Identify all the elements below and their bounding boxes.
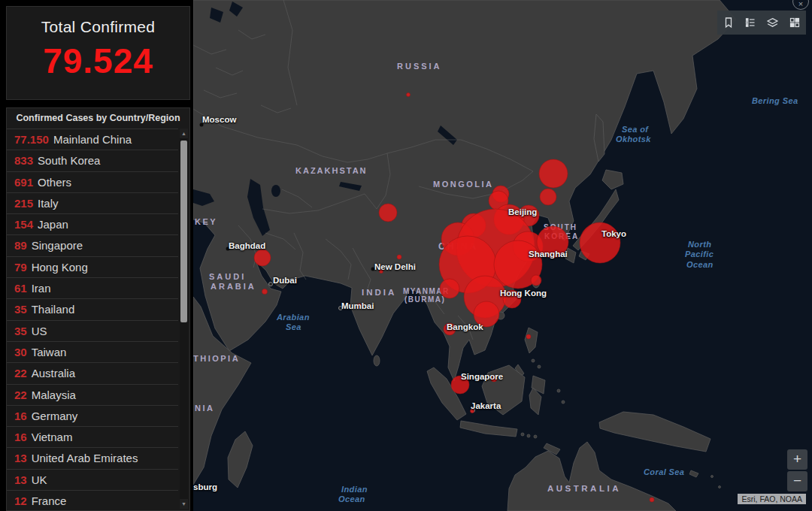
case-count: 16	[14, 410, 27, 422]
case-count: 691	[14, 176, 33, 189]
region-name: Australia	[32, 367, 75, 379]
outbreak-marker[interactable]	[254, 249, 271, 266]
region-name: Japan	[38, 218, 68, 231]
list-item[interactable]: 12France	[7, 490, 178, 510]
list-item[interactable]: 691Others	[7, 171, 178, 192]
list-item[interactable]: 77.150Mainland China	[7, 129, 178, 150]
region-name: Others	[38, 176, 71, 189]
cases-list: 77.150Mainland China833South Korea691Oth…	[7, 129, 178, 510]
outbreak-marker[interactable]	[650, 497, 654, 502]
covid-dashboard: Total Confirmed 79.524 Confirmed Cases b…	[0, 0, 812, 511]
scroll-down-button[interactable]: ▼	[180, 499, 188, 509]
outbreak-marker[interactable]	[503, 290, 521, 308]
region-name: UK	[32, 473, 47, 486]
map-attribution: Esri, FAO, NOAA	[738, 494, 806, 504]
outbreak-marker[interactable]	[451, 376, 469, 394]
region-name: Germany	[32, 410, 78, 422]
case-count: 16	[14, 431, 27, 443]
layers-button[interactable]	[762, 11, 784, 35]
outbreak-marker[interactable]	[474, 301, 499, 327]
list-item[interactable]: 16Germany	[7, 405, 178, 426]
list-item[interactable]: 35Thailand	[7, 298, 178, 319]
list-item[interactable]: 215Italy	[7, 192, 178, 213]
region-name: Iran	[32, 282, 51, 295]
list-item[interactable]: 13UK	[7, 469, 178, 490]
case-count: 61	[14, 282, 27, 295]
list-item[interactable]: 22Australia	[7, 362, 178, 383]
list-item[interactable]: 61Iran	[7, 277, 178, 298]
sidebar: Total Confirmed 79.524 Confirmed Cases b…	[0, 0, 193, 511]
total-confirmed-panel: Total Confirmed 79.524	[6, 6, 190, 100]
case-count: 35	[14, 303, 27, 316]
case-count: 12	[14, 494, 27, 507]
list-item[interactable]: 35US	[7, 320, 178, 341]
basemap-grid-icon	[789, 17, 801, 29]
region-name: Malaysia	[32, 389, 76, 401]
region-name: Taiwan	[32, 346, 67, 358]
outbreak-marker[interactable]	[491, 376, 497, 382]
zoom-in-button[interactable]: +	[787, 449, 807, 470]
zoom-controls: + −	[787, 449, 807, 493]
list-item[interactable]: 16Vietnam	[7, 426, 178, 447]
outbreak-marker[interactable]	[440, 279, 459, 298]
outbreak-marker[interactable]	[379, 204, 397, 222]
outbreak-marker[interactable]	[397, 255, 401, 259]
region-name: Italy	[38, 197, 59, 210]
cases-list-header: Confirmed Cases by Country/Region	[7, 108, 189, 129]
region-name: US	[32, 325, 47, 337]
case-count: 35	[14, 325, 27, 337]
total-confirmed-value: 79.524	[7, 41, 189, 81]
outbreak-marker[interactable]	[357, 304, 362, 308]
case-count: 30	[14, 346, 27, 358]
region-name: Thailand	[32, 303, 75, 316]
total-confirmed-title: Total Confirmed	[7, 18, 189, 36]
case-count: 22	[14, 389, 27, 401]
outbreak-marker[interactable]	[526, 334, 531, 339]
outbreak-marker[interactable]	[444, 323, 456, 335]
zoom-out-button[interactable]: −	[787, 471, 807, 491]
case-count: 154	[14, 218, 33, 231]
list-item[interactable]: 30Taiwan	[7, 341, 178, 362]
region-name: South Korea	[38, 154, 100, 167]
list-scrollbar[interactable]: ▲ ▼	[180, 129, 188, 509]
legend-icon	[744, 17, 756, 29]
case-count: 215	[14, 197, 33, 210]
case-count: 13	[14, 473, 27, 486]
bookmarks-button[interactable]	[717, 11, 740, 35]
list-item[interactable]: 13United Arab Emirates	[7, 447, 178, 468]
case-count: 79	[14, 261, 27, 274]
region-name: Vietnam	[32, 431, 73, 443]
case-count: 833	[14, 154, 33, 167]
outbreak-marker[interactable]	[580, 222, 620, 263]
region-name: Mainland China	[53, 133, 132, 146]
scroll-up-button[interactable]: ▲	[180, 129, 188, 138]
map-canvas[interactable]: RUSSIA KAZAKHSTAN MONGOLIA CHINA SOUTH K…	[193, 0, 812, 511]
list-item[interactable]: 833South Korea	[7, 150, 178, 171]
list-item[interactable]: 154Japan	[7, 213, 178, 234]
outbreak-markers-layer	[193, 0, 812, 511]
list-item[interactable]: 79Hong Kong	[7, 256, 178, 277]
case-count: 77.150	[14, 133, 49, 146]
map-toolbar	[717, 11, 806, 35]
scrollbar-thumb[interactable]	[180, 141, 187, 322]
list-item[interactable]: 22Malaysia	[7, 384, 178, 405]
outbreak-marker[interactable]	[539, 159, 568, 188]
outbreak-marker[interactable]	[380, 270, 383, 274]
outbreak-marker[interactable]	[540, 189, 556, 205]
region-name: France	[32, 494, 67, 507]
outbreak-marker[interactable]	[407, 93, 411, 97]
layers-icon	[766, 17, 779, 29]
outbreak-marker[interactable]	[471, 410, 474, 413]
bookmark-icon	[723, 17, 735, 29]
region-name: Singapore	[32, 239, 83, 252]
outbreak-marker[interactable]	[531, 275, 541, 286]
outbreak-marker[interactable]	[537, 226, 568, 258]
case-count: 89	[14, 239, 27, 252]
case-count: 22	[14, 367, 27, 379]
region-name: Hong Kong	[32, 261, 88, 274]
outbreak-marker[interactable]	[262, 289, 268, 295]
legend-button[interactable]	[740, 11, 762, 35]
basemap-button[interactable]	[784, 11, 807, 35]
list-item[interactable]: 89Singapore	[7, 234, 178, 256]
cases-by-region-panel: Confirmed Cases by Country/Region 77.150…	[6, 107, 190, 511]
